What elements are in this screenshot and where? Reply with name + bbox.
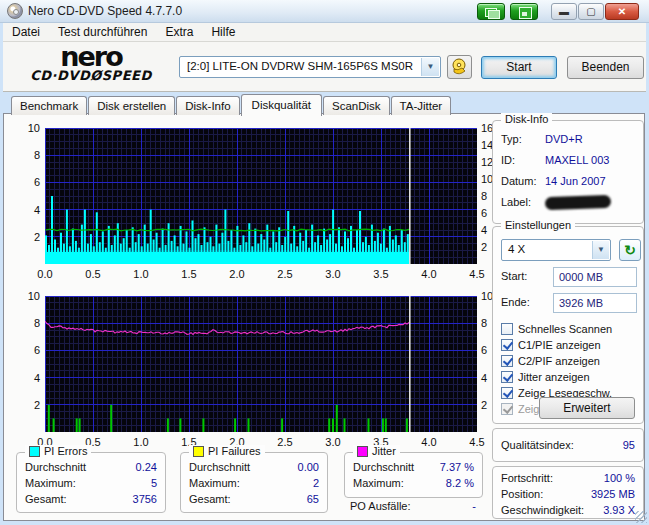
start-field-row: Start: <box>501 267 637 287</box>
advanced-button[interactable]: Erweitert <box>539 397 635 419</box>
disk-info-title: Disk-Info <box>501 113 552 125</box>
pi-errors-color-swatch <box>29 446 40 457</box>
jitter-legend: Jitter <box>353 445 400 457</box>
close-button[interactable]: ✕ <box>605 3 639 20</box>
axis-tick-label: 1.0 <box>128 436 154 448</box>
capture-save-button[interactable] <box>510 3 538 20</box>
drive-selector-value: [2:0] LITE-ON DVDRW SHM-165P6S MS0R <box>187 60 413 72</box>
quality-index-value: 95 <box>623 429 635 461</box>
axis-tick-label: 0.0 <box>32 268 58 280</box>
speed-row: Geschwindigkeit: 3.93 X <box>493 502 643 518</box>
window-title: Nero CD-DVD Speed 4.7.7.0 <box>28 4 182 18</box>
checkbox[interactable] <box>501 323 513 335</box>
settings-title: Einstellungen <box>501 219 575 231</box>
jitter-box: Jitter Durchschnitt7.37 % Maximum:8.2 % <box>344 452 483 498</box>
chevron-down-icon[interactable]: ▼ <box>421 58 439 76</box>
nero-logo: nero CD·DVDØSPEED <box>15 44 167 83</box>
axis-tick-label: 8 <box>14 317 40 329</box>
menu-hilfe[interactable]: Hilfe <box>202 25 244 39</box>
tab-benchmark[interactable]: Benchmark <box>11 96 87 115</box>
axis-tick-label: 2 <box>14 231 40 243</box>
quit-button[interactable]: Beenden <box>567 56 644 79</box>
speed-select-value: 4 X <box>508 243 525 255</box>
pi-errors-chart <box>45 128 477 264</box>
disk-info-row-datum: Datum: 14 Jun 2007 <box>493 171 643 192</box>
app-icon <box>7 3 23 19</box>
end-field-label: Ende: <box>501 296 530 308</box>
redacted-label <box>545 195 611 210</box>
axis-tick-label: 1.5 <box>176 268 202 280</box>
disk-info-row-label: Label: <box>493 192 643 213</box>
menu-extra[interactable]: Extra <box>156 25 202 39</box>
pi-errors-legend: PI Errors <box>25 445 91 457</box>
progress-box: Fortschritt: 100 % Position: 3925 MB Ges… <box>492 466 644 519</box>
menu-test-durchfuehren[interactable]: Test durchführen <box>49 25 156 39</box>
jitter-chart <box>45 296 477 432</box>
checkbox[interactable] <box>501 355 513 367</box>
axis-tick-label: 2 <box>14 399 40 411</box>
axis-tick-label: 0.5 <box>80 268 106 280</box>
resize-grip[interactable] <box>635 511 647 523</box>
disk-info-row-typ: Typ: DVD+R <box>493 129 643 150</box>
pi-failures-color-swatch <box>193 446 204 457</box>
tab-strip: Benchmark Disk erstellen Disk-Info Diskq… <box>11 94 452 115</box>
eject-button[interactable] <box>447 55 472 79</box>
chevron-down-icon[interactable]: ▼ <box>592 241 609 259</box>
axis-tick-label: 4.0 <box>416 268 442 280</box>
header: nero CD·DVDØSPEED [2:0] LITE-ON DVDRW SH… <box>3 42 646 92</box>
start-button[interactable]: Start <box>481 56 557 79</box>
tab-disk-info[interactable]: Disk-Info <box>176 96 239 115</box>
progress-row: Fortschritt: 100 % <box>493 470 643 486</box>
quality-index-row: Qualitätsindex: 95 <box>493 429 643 461</box>
quality-index-box: Qualitätsindex: 95 <box>492 428 644 462</box>
axis-tick-label: 4 <box>14 372 40 384</box>
checkbox[interactable] <box>501 339 513 351</box>
start-field-label: Start: <box>501 270 527 282</box>
checkbox-c2-pif: C2/PIF anzeigen <box>501 353 600 368</box>
axis-tick-label: 4 <box>14 204 40 216</box>
jitter-color-swatch <box>357 446 368 457</box>
checkbox-c1-pie: C1/PIE anzeigen <box>501 337 601 352</box>
end-field[interactable] <box>553 293 637 313</box>
po-failures-row: PO Ausfälle: - <box>350 500 476 512</box>
save-icon <box>519 7 532 19</box>
axis-tick-label: 6 <box>14 344 40 356</box>
axis-tick-label: 3.0 <box>320 436 346 448</box>
axis-tick-label: 4.0 <box>416 436 442 448</box>
checkbox[interactable] <box>501 371 513 383</box>
axis-tick-label: 2.0 <box>224 268 250 280</box>
axis-tick-label: 1.0 <box>128 268 154 280</box>
drive-selector[interactable]: [2:0] LITE-ON DVDRW SHM-165P6S MS0R ▼ <box>179 56 441 78</box>
end-field-row: Ende: <box>501 293 637 313</box>
capture-copy-button[interactable] <box>477 3 505 20</box>
axis-tick-label: 4.5 <box>464 436 490 448</box>
menu-datei[interactable]: Datei <box>3 25 49 39</box>
axis-tick-label: 8 <box>14 149 40 161</box>
axis-tick-label: 6 <box>14 176 40 188</box>
tab-diskqualitaet[interactable]: Diskqualität <box>241 94 322 116</box>
checkbox[interactable] <box>501 387 513 399</box>
title-bar: Nero CD-DVD Speed 4.7.7.0 ▬ ▢ ✕ <box>0 0 649 23</box>
tab-disk-erstellen[interactable]: Disk erstellen <box>88 96 175 115</box>
tab-ta-jitter[interactable]: TA-Jitter <box>391 96 452 115</box>
disk-info-box: Disk-Info Typ: DVD+R ID: MAXELL 003 Datu… <box>492 120 644 224</box>
checkbox-fast-scan: Schnelles Scannen <box>501 321 612 336</box>
pi-errors-box: PI Errors Durchschnitt0.24 Maximum:5 Ges… <box>16 452 166 513</box>
axis-tick-label: 10 <box>14 290 40 302</box>
axis-tick-label: 2.5 <box>272 436 298 448</box>
position-row: Position: 3925 MB <box>493 486 643 502</box>
eject-disc-icon <box>450 57 470 77</box>
maximize-button[interactable]: ▢ <box>578 3 604 20</box>
axis-tick-label: 10 <box>14 122 40 134</box>
refresh-button[interactable]: ↻ <box>619 239 641 261</box>
settings-box: Einstellungen 4 X ▼ ↻ Start: Ende: Schne… <box>492 226 644 424</box>
tab-scandisk[interactable]: ScanDisk <box>323 96 390 115</box>
start-field[interactable] <box>553 267 637 287</box>
pi-failures-legend: PI Failures <box>189 445 265 457</box>
speed-select[interactable]: 4 X ▼ <box>501 239 611 261</box>
axis-tick-label: 4.5 <box>464 268 490 280</box>
axis-tick-label: 3.5 <box>368 268 394 280</box>
minimize-button[interactable]: ▬ <box>551 3 577 20</box>
menu-bar: Datei Test durchführen Extra Hilfe <box>3 23 646 42</box>
disk-info-row-id: ID: MAXELL 003 <box>493 150 643 171</box>
